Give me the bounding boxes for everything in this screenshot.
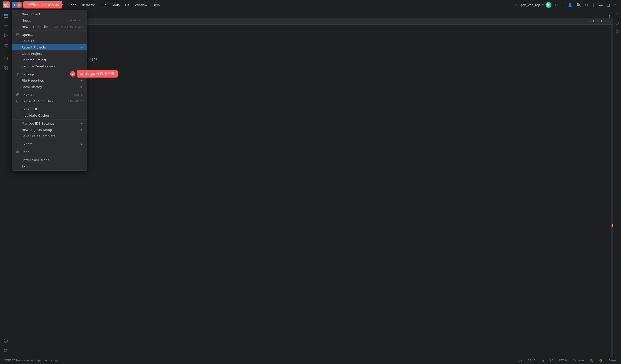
sidebar-item-database[interactable] <box>1 54 10 63</box>
power-save-icon <box>16 158 20 162</box>
menu-new-scratch[interactable]: New Scratch File Ctrl+Alt+Shift+Insert <box>12 24 86 30</box>
build-icon[interactable]: ⚙ <box>553 2 559 8</box>
code-line: ias.data}") <box>12 77 613 82</box>
close-button[interactable]: ✕ <box>613 3 618 7</box>
database-right-icon[interactable] <box>614 28 621 35</box>
menu-power-save[interactable]: Power Save Mode <box>12 157 86 163</box>
menu-exit[interactable]: Exit <box>12 163 86 169</box>
sidebar-item-more[interactable] <box>1 327 10 335</box>
svg-point-3 <box>5 25 7 26</box>
sidebar-item-debug[interactable] <box>1 41 10 49</box>
collapse-icon[interactable]: ∧ ∨ <box>604 20 609 23</box>
sidebar-item-run[interactable] <box>1 31 10 40</box>
code-line: ]) <box>12 62 613 67</box>
menu-export[interactable]: Export ▶ <box>12 141 86 147</box>
language-text: Py <box>590 359 593 362</box>
settings-icon[interactable]: ⚙ <box>584 2 589 8</box>
status-path: BERT-CCPoem-master > gen_vec_rep.py <box>4 359 58 362</box>
ai-icon[interactable] <box>614 20 621 27</box>
menu-help[interactable]: Help <box>150 2 162 8</box>
svg-marker-6 <box>5 34 8 37</box>
dropdown-arrow[interactable]: ▾ <box>542 3 544 7</box>
status-encoding[interactable]: UTF-8 <box>558 358 568 363</box>
status-breadcrumb[interactable]: BERT-CCPoem-master > gen_vec_rep.py <box>3 358 60 363</box>
menu-run[interactable]: Run <box>98 2 109 8</box>
remote-icon <box>16 64 20 68</box>
new-icon <box>16 18 20 22</box>
menu-refactor[interactable]: Refactor <box>79 2 98 8</box>
maximize-button[interactable]: □ <box>606 3 611 7</box>
menu-git[interactable]: Git <box>122 2 132 8</box>
svg-point-13 <box>6 330 6 330</box>
svg-point-19 <box>4 349 5 350</box>
menu-new-project[interactable]: New Project... <box>12 11 86 17</box>
menu-recent-projects[interactable]: Recent Projects ▶ <box>12 44 86 50</box>
manage-ide-arrow: ▶ <box>81 122 83 125</box>
code-line: 梯度更新网络参数 <box>12 47 613 52</box>
scrollbar-track[interactable] <box>611 25 613 357</box>
app-logo <box>3 1 10 8</box>
menu-save-all[interactable]: Save All Ctrl+S <box>12 92 86 98</box>
more-icon[interactable]: ⋯ <box>561 2 567 8</box>
save-all-icon <box>16 93 20 97</box>
search-icon[interactable]: 🔍 <box>575 2 582 8</box>
status-git[interactable] <box>518 359 523 363</box>
status-notifications[interactable]: 🔔 <box>598 358 604 363</box>
status-warnings[interactable] <box>540 359 546 363</box>
sidebar-item-plugins[interactable] <box>1 64 10 73</box>
menu-tools[interactable]: Tools <box>109 2 122 8</box>
minimize-button[interactable]: — <box>598 2 604 8</box>
menu-save-template[interactable]: Save File as Template... <box>12 133 86 139</box>
file-props-arrow: ▶ <box>81 79 83 82</box>
menu-code[interactable]: Code <box>66 2 79 8</box>
line-sep-text: LF <box>550 359 553 362</box>
svg-point-24 <box>616 30 618 31</box>
svg-point-26 <box>17 74 18 75</box>
menu-save-as[interactable]: Save As... <box>12 38 86 44</box>
menu-new-projects-setup[interactable]: New Projects Setup ▶ <box>12 127 86 133</box>
tab-settings-icon[interactable]: ⋮ <box>608 15 611 18</box>
menu-invalidate-caches[interactable]: Invalidate Caches... <box>12 112 86 119</box>
status-language[interactable]: Py <box>589 358 595 363</box>
settings-menu-icon <box>16 72 20 76</box>
open-icon <box>16 33 20 37</box>
status-line-sep[interactable]: LF <box>549 358 554 363</box>
run-button[interactable] <box>546 2 551 8</box>
menu-settings[interactable]: Settings... 2 settings 设置的意思 <box>12 71 86 77</box>
sidebar-item-commit[interactable] <box>1 21 10 30</box>
menu-bar: File Edit View Navigate Code Refactor Ru… <box>12 2 515 8</box>
sidebar-item-project[interactable] <box>1 12 10 20</box>
menu-remote-dev[interactable]: Remote Development... <box>12 63 86 69</box>
separator-5 <box>12 119 86 119</box>
sidebar-item-git[interactable] <box>1 346 10 355</box>
menu-window[interactable]: Window <box>132 2 150 8</box>
menu-reload-all[interactable]: Reload All from Disk Ctrl+Alt+Y <box>12 98 86 104</box>
print-icon <box>16 150 20 154</box>
status-time[interactable]: 17:15 <box>526 358 537 363</box>
menu-rename-project[interactable]: Rename Project... <box>12 57 86 63</box>
status-indent[interactable]: 4 spaces <box>571 358 586 363</box>
menu-file-properties[interactable]: File Properties ▶ <box>12 77 86 84</box>
account-icon[interactable]: 👤 <box>567 2 573 8</box>
code-line: outputs, y[i]) <box>12 32 613 37</box>
notifications-icon[interactable] <box>614 12 621 18</box>
separator-8 <box>12 156 86 156</box>
menu-local-history[interactable]: Local History ▶ <box>12 84 86 90</box>
svg-point-32 <box>520 359 520 360</box>
caches-label: Invalidate Caches... <box>22 114 53 117</box>
menu-open[interactable]: Open... <box>12 32 86 38</box>
close-project-icon <box>16 52 20 55</box>
project-name: gen_vec_rep <box>520 3 540 7</box>
warning-count-1: 1 <box>593 20 594 23</box>
status-extra[interactable]: Dream <box>607 359 618 362</box>
menu-print[interactable]: Print... <box>12 149 86 155</box>
manage-ide-icon <box>16 121 20 125</box>
warning-icon-2: ⚠ <box>597 20 599 23</box>
menu-manage-ide[interactable]: Manage IDE Settings ▶ <box>12 120 86 127</box>
menu-new[interactable]: New... Alt+Insert <box>12 17 86 24</box>
menu-repair-ide[interactable]: Repair IDE <box>12 106 86 112</box>
indent-text: 4 spaces <box>573 359 585 362</box>
sidebar-item-warnings[interactable] <box>1 336 10 345</box>
svg-point-18 <box>6 341 6 342</box>
menu-close-project[interactable]: Close Project <box>12 50 86 57</box>
